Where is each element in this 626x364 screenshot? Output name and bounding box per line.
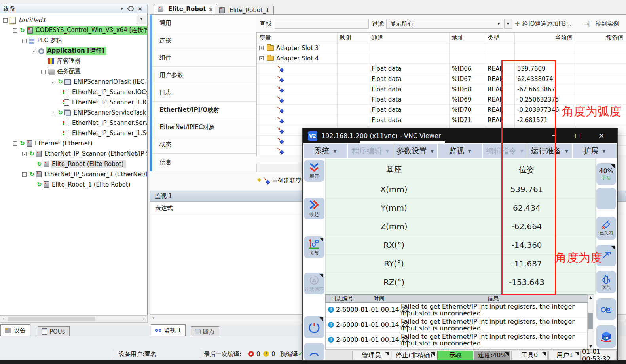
- collapse-toggle-icon[interactable]: -: [13, 28, 17, 33]
- tree-item-service-call-1[interactable]: EtherNet_IP_Scanner_1.Ser: [0, 128, 147, 138]
- tree-item-elite-robot-1[interactable]: ↻ Elite_Robot_1 (Elite Robot): [0, 179, 147, 190]
- user-frame-button[interactable]: 用户1: [548, 351, 581, 360]
- run-state-button[interactable]: 停止(非精确): [392, 351, 436, 360]
- collapse-toggle-icon[interactable]: -: [22, 39, 27, 43]
- torch-off-button[interactable]: 已关闭: [596, 217, 616, 240]
- table-group-row[interactable]: - Adapter Slot 4: [257, 53, 626, 64]
- scroll-right-icon[interactable]: ›: [141, 316, 147, 322]
- mapping-cell[interactable]: [338, 115, 369, 125]
- sidemenu-log[interactable]: 日志: [152, 84, 256, 102]
- filter-extra-dropdown[interactable]: ▾: [504, 19, 512, 29]
- menu-extend[interactable]: 扩展▼: [573, 144, 617, 158]
- tool-button[interactable]: 工具0: [511, 351, 548, 360]
- continuous-cycle-button[interactable]: A 连续循环: [304, 273, 324, 294]
- goto-instance-button[interactable]: →▏ 转到实例: [584, 18, 619, 29]
- power-button[interactable]: [304, 316, 324, 338]
- vnc-titlebar[interactable]: V2 192.168.1.200 (x11vnc) - VNC Viewer −…: [303, 128, 617, 143]
- collapse-toggle-icon[interactable]: -: [41, 70, 46, 74]
- tab-devices[interactable]: 设备: [0, 324, 30, 336]
- menu-edit-instruction[interactable]: 编辑指令▼: [483, 144, 527, 158]
- mapping-cell[interactable]: [338, 84, 369, 94]
- view-3d-button[interactable]: 3D: [596, 325, 616, 348]
- tree-item-application[interactable]: - Application [运行]: [0, 46, 147, 56]
- user-role-button[interactable]: 管理员: [352, 351, 391, 360]
- tab-elite-robot-1[interactable]: Elite_Robot_1: [215, 6, 274, 14]
- tree-item-ethernet[interactable]: - ↻ Ethernet (Ethernet): [0, 138, 147, 149]
- tab-watch-1[interactable]: 监视 1: [151, 324, 186, 336]
- pin-icon[interactable]: [127, 5, 135, 13]
- log-row[interactable]: ! 2-6000-0 01-01 00:14:22 Failed to get …: [326, 303, 587, 318]
- tree-item-service-task[interactable]: - ↻ ENIPScannerServiceTask (IEC: [0, 108, 147, 118]
- menu-program-edit[interactable]: 程序编辑▼: [348, 144, 392, 158]
- teach-mode-button[interactable]: 示教: [437, 351, 473, 360]
- tree-item-iocycle-1[interactable]: EtherNet_IP_Scanner_1.IOC: [0, 97, 147, 108]
- tree-item-library-manager[interactable]: 库管理器: [0, 56, 147, 66]
- tree-item-project[interactable]: - Untitled1: [0, 15, 147, 25]
- tree-item-iocycle[interactable]: EtherNet_IP_Scanner.IOCyc: [0, 87, 147, 97]
- scroll-left-icon[interactable]: ‹: [1, 316, 6, 322]
- sidemenu-iec-objects[interactable]: EtherNet/IPIEC对象: [152, 119, 256, 136]
- tab-pous[interactable]: POUs: [38, 326, 70, 336]
- joint-jog-button[interactable]: 关节: [304, 236, 324, 258]
- project-combo-dropdown[interactable]: ▾: [137, 15, 146, 24]
- devices-hscrollbar[interactable]: ‹ ›: [0, 315, 148, 323]
- camera-button[interactable]: [596, 298, 616, 320]
- menu-param-settings[interactable]: 参数设置▼: [393, 144, 437, 158]
- expand-icon[interactable]: +: [259, 46, 264, 50]
- menu-monitor[interactable]: 监视▼: [438, 144, 482, 158]
- add-fb-button[interactable]: + 给IO通道添加FB...: [514, 18, 572, 29]
- table-row[interactable]: ↘ Float data%ID71 REAL-2.681571: [257, 115, 626, 125]
- sidemenu-general[interactable]: 通用: [152, 15, 256, 32]
- log-list[interactable]: ! 2-6000-0 01-01 00:14:22 Failed to get …: [325, 303, 587, 349]
- table-group-row[interactable]: + Adapter Slot 3: [257, 43, 626, 53]
- extra-rail-button[interactable]: [304, 343, 324, 360]
- menu-system[interactable]: 系统▼: [304, 144, 347, 158]
- mapping-cell[interactable]: [338, 94, 369, 105]
- tree-item-plc-device[interactable]: - ↻ CODESYS_Control_Win_V3_x64 [连接的] (CC: [0, 25, 147, 36]
- collapse-toggle-icon[interactable]: -: [22, 152, 27, 156]
- log-row[interactable]: ! 2-6000-0 01-01 00:14:22 Failed to get …: [326, 333, 587, 348]
- sidemenu-information[interactable]: 信息: [152, 154, 256, 171]
- maximize-icon[interactable]: □: [570, 130, 586, 141]
- collapse-toggle-icon[interactable]: -: [3, 18, 8, 23]
- table-row[interactable]: ↘ Float data%ID70 REAL-0.203977346: [257, 105, 626, 115]
- panel-close-icon[interactable]: ×: [136, 6, 144, 12]
- minimize-icon[interactable]: −: [546, 130, 562, 141]
- sidemenu-status[interactable]: 状态: [152, 136, 256, 154]
- tab-close-icon[interactable]: ×: [209, 6, 213, 12]
- tree-item-plc-logic[interactable]: - PLC 逻辑: [0, 36, 147, 46]
- scroll-thumb[interactable]: [588, 313, 593, 329]
- tree-item-service-call[interactable]: EtherNet_IP_Scanner.Servic: [0, 118, 147, 128]
- collapse-icon[interactable]: -: [259, 56, 264, 60]
- close-icon[interactable]: ×: [594, 130, 609, 141]
- log-scrollbar[interactable]: ▲ ▼: [587, 294, 594, 349]
- tree-item-scanner[interactable]: - ↻ EtherNet_IP_Scanner (EtherNet/IP Sc: [0, 149, 147, 159]
- tree-item-task-config[interactable]: - 任务配置: [0, 66, 147, 77]
- collapse-button[interactable]: 收起: [304, 198, 324, 219]
- mapping-cell[interactable]: [338, 64, 369, 74]
- expand-button[interactable]: 展开: [304, 160, 324, 182]
- table-row[interactable]: ↘ Float data%ID66 REAL539.7609: [257, 64, 626, 74]
- scroll-thumb[interactable]: [8, 317, 95, 321]
- find-input[interactable]: [275, 19, 369, 29]
- speed-rail-button[interactable]: 40% 手动: [596, 163, 616, 185]
- tree-item-io-task[interactable]: - ↻ ENIPScannerIOTask (IEC-Tas: [0, 77, 147, 87]
- tab-breakpoints[interactable]: 断点: [191, 326, 219, 336]
- scroll-up-icon[interactable]: ▲: [588, 296, 594, 300]
- collapse-toggle-icon[interactable]: -: [22, 172, 27, 177]
- table-row[interactable]: ↘ Float data%ID69 REAL-0.250632375: [257, 94, 626, 105]
- collapse-toggle-icon[interactable]: -: [32, 49, 36, 53]
- table-row[interactable]: ↘ Float data%ID68 REAL-62.6643867: [257, 84, 626, 94]
- log-row[interactable]: ! 2-6000-0 01-01 00:14:22 Failed to get …: [326, 318, 587, 333]
- sidemenu-connection[interactable]: 连接: [152, 32, 256, 49]
- menu-run-prepare[interactable]: 运行准备▼: [527, 144, 571, 158]
- collapse-toggle-icon[interactable]: -: [51, 111, 55, 115]
- speed-button[interactable]: 速度:40%: [474, 351, 510, 360]
- sidemenu-assemblies[interactable]: 组件: [152, 49, 256, 67]
- tool-rail-button[interactable]: [596, 245, 616, 266]
- table-row[interactable]: ↘ Float data%ID67 REAL62.4338074: [257, 74, 626, 84]
- tab-elite-robot[interactable]: Elite_Robot ×: [154, 4, 217, 14]
- sidemenu-io-mapping[interactable]: EtherNet/IPI/O映射: [152, 102, 256, 119]
- mapping-cell[interactable]: [338, 105, 369, 115]
- gas-button[interactable]: 送气: [596, 271, 616, 293]
